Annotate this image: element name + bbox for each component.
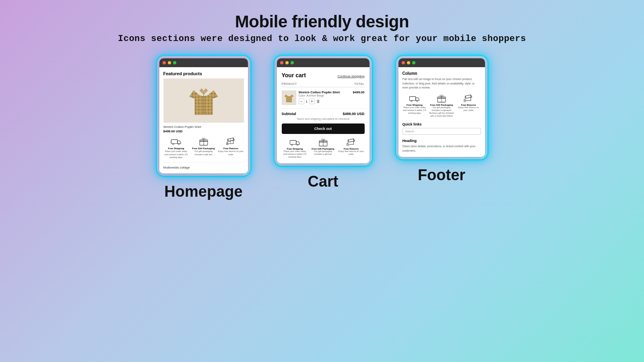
qty-minus-btn[interactable]: − <box>299 99 304 104</box>
quick-links-title: Quick links <box>402 122 481 126</box>
gift-label: Free Gift Packaging <box>191 147 217 150</box>
footer-browser: Column Pair text with an image to focus … <box>398 58 485 157</box>
product-name: Stretch Cotton Poplin Shirt <box>163 125 244 129</box>
cart-shipping-desc: Place your order today and receive it wi… <box>282 150 308 158</box>
homepage-browser: Featured products <box>159 58 248 173</box>
cart-item-color: Color: Archive Beige <box>299 94 351 97</box>
homepage-content: Featured products <box>159 67 248 173</box>
homepage-screen-wrapper: Featured products <box>157 56 250 200</box>
screens-row: Featured products <box>157 56 487 200</box>
cart-screen-wrapper: Your cart Continue shopping PRODUCT TOTA… <box>275 56 372 190</box>
subtotal-label: Subtotal <box>282 112 296 116</box>
shipping-label: Free Shipping <box>163 147 189 150</box>
cart-browser: Your cart Continue shopping PRODUCT TOTA… <box>277 58 369 163</box>
continue-shopping-link[interactable]: Continue shopping <box>338 74 365 78</box>
cart-header-row: Your cart Continue shopping <box>282 72 365 78</box>
returns-desc: Enjoy free returns on your order <box>218 150 244 156</box>
cart-taxes-note: Taxes and shipping calculated at checkou… <box>282 117 365 120</box>
product-image <box>163 78 244 123</box>
footer-neon-frame: Column Pair text with an image to focus … <box>396 56 487 159</box>
gift-desc: Our gift packaging includes a gift box <box>191 150 217 156</box>
cart-icon-returns: Free Returns Enjoy free returns on your … <box>338 138 365 158</box>
footer-brand-desc: Share store details, promotions, or bran… <box>402 144 481 153</box>
gift-icon <box>198 137 209 146</box>
cart-browser-bar <box>277 58 369 67</box>
footer-label: Footer <box>418 167 465 184</box>
dot-red-cart <box>280 61 283 64</box>
homepage-icon-returns: Free Returns Enjoy free returns on your … <box>218 137 244 159</box>
dot-red <box>163 61 166 64</box>
svg-rect-27 <box>409 97 415 101</box>
main-subtitle: Icons sections were designed to look & w… <box>118 34 526 44</box>
cart-gift-icon <box>318 138 329 147</box>
footer-shipping-icon <box>409 94 420 103</box>
checkout-button[interactable]: Check out <box>282 123 365 134</box>
delete-icon[interactable]: 🗑 <box>316 99 320 103</box>
cart-qty-row: − 1 + 🗑 <box>299 99 351 104</box>
homepage-label: Homepage <box>164 183 242 200</box>
dot-yellow-cart <box>285 61 289 64</box>
footer-icons-row: Free Shipping Place your order today and… <box>402 94 481 118</box>
footer-browser-bar <box>398 58 485 67</box>
footer-returns-icon <box>463 94 474 103</box>
footer-col-title: Column <box>402 71 481 76</box>
returns-label: Free Returns <box>218 147 244 150</box>
page-header: Mobile friendly design Icons sections we… <box>118 0 526 52</box>
footer-heading-title: Heading <box>402 139 481 143</box>
cart-label: Cart <box>308 173 338 190</box>
footer-icon-shipping: Free Shipping Place your order today and… <box>402 94 427 118</box>
cart-icon-gift: Free Gift Packaging Our gift packaging i… <box>310 138 336 158</box>
product-price: $499.00 USD <box>163 130 244 133</box>
cart-icon-shipping: Free Shipping Place your order today and… <box>282 138 308 158</box>
footer-content: Column Pair text with an image to focus … <box>398 67 485 157</box>
footer-icon-returns: Free Returns Enjoy free returns on your … <box>456 94 481 118</box>
cart-item-name: Stretch Cotton Poplin Shirt <box>299 90 351 94</box>
cart-neon-frame: Your cart Continue shopping PRODUCT TOTA… <box>275 56 372 166</box>
cart-shirt-icon <box>283 92 295 103</box>
shirt-illustration <box>188 82 220 119</box>
cart-icons-row: Free Shipping Place your order today and… <box>282 138 365 158</box>
shipping-desc: Place your order today and receive it wi… <box>163 150 189 158</box>
cart-subtotal-row: Subtotal $499.00 USD <box>282 112 365 116</box>
homepage-icon-shipping: Free Shipping Place your order today and… <box>163 137 189 159</box>
footer-gift-desc: Our gift packaging includes a signature … <box>429 106 454 118</box>
cart-item: Stretch Cotton Poplin Shirt Color: Archi… <box>282 90 365 105</box>
cart-divider <box>282 108 365 109</box>
footer-search-box[interactable]: Search <box>402 128 481 135</box>
cart-columns: PRODUCT TOTAL <box>282 82 365 87</box>
dot-yellow-footer <box>407 61 410 64</box>
cart-browser-content: Your cart Continue shopping PRODUCT TOTA… <box>277 67 369 163</box>
footer-col-desc: Pair text with an image to focus on your… <box>402 77 481 90</box>
footer-gift-label: Free Gift Packaging <box>429 104 454 106</box>
homepage-browser-content: Featured products <box>159 67 248 173</box>
cart-returns-desc: Enjoy free returns on your order <box>338 150 365 156</box>
homepage-icon-gift: Free Gift Packaging Our gift packaging i… <box>191 137 217 159</box>
homepage-neon-frame: Featured products <box>157 56 250 176</box>
homepage-icons-row: Free Shipping Place your order today and… <box>163 137 244 159</box>
dot-yellow <box>168 61 171 64</box>
multimedia-collage-label: Multimedia collage <box>163 162 244 169</box>
dot-green-footer <box>412 61 415 64</box>
footer-icon-gift: Free Gift Packaging Our gift packaging i… <box>429 94 454 118</box>
cart-shipping-icon <box>289 138 301 147</box>
cart-title: Your cart <box>282 72 306 78</box>
returns-icon <box>225 137 237 146</box>
col-total: TOTAL <box>354 82 364 85</box>
cart-returns-icon <box>346 138 357 147</box>
homepage-browser-bar <box>159 58 248 67</box>
qty-value: 1 <box>306 100 308 103</box>
cart-item-info: Stretch Cotton Poplin Shirt Color: Archi… <box>299 90 351 104</box>
cart-item-price: $499.00 <box>353 90 365 94</box>
svg-rect-8 <box>171 140 177 144</box>
dot-red-footer <box>402 61 405 64</box>
qty-plus-btn[interactable]: + <box>309 99 315 104</box>
dot-green-cart <box>291 61 294 64</box>
featured-products-title: Featured products <box>163 71 244 76</box>
cart-gift-desc: Our gift packaging includes a gift box <box>310 150 336 156</box>
footer-screen-wrapper: Column Pair text with an image to focus … <box>396 56 487 184</box>
subtotal-value: $499.00 USD <box>343 112 364 116</box>
footer-gift-icon <box>436 94 447 103</box>
footer-shipping-desc: Place your order today and receive it wi… <box>402 106 427 115</box>
cart-content: Your cart Continue shopping PRODUCT TOTA… <box>277 67 369 163</box>
main-title: Mobile friendly design <box>118 12 526 31</box>
